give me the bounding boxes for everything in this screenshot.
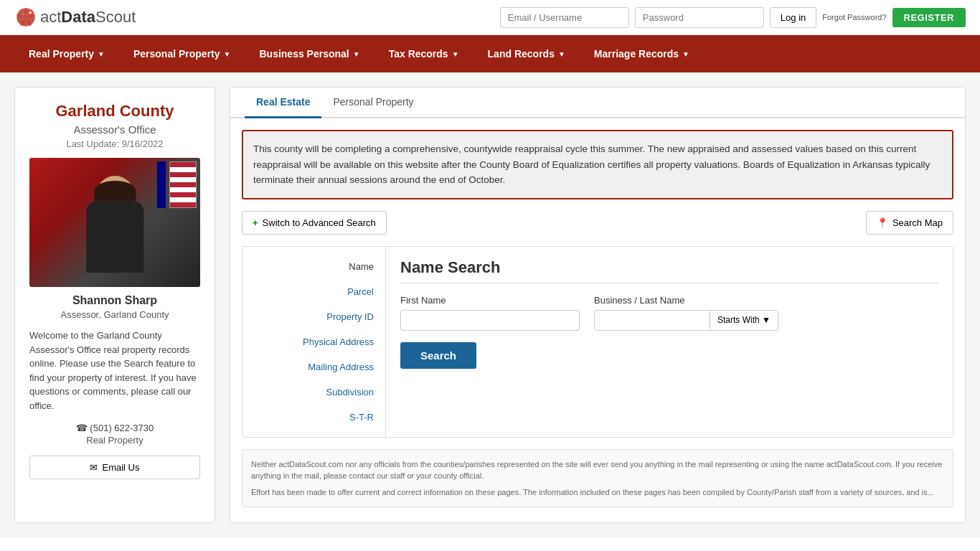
county-name: Garland County <box>29 102 200 121</box>
plus-icon: + <box>253 217 258 228</box>
register-button[interactable]: REGISTER <box>892 8 966 27</box>
search-nav-parcel[interactable]: Parcel <box>242 279 385 304</box>
nav-item-personal-property[interactable]: Personal Property ▼ <box>119 35 245 72</box>
property-type-label: Real Property <box>29 435 200 446</box>
logo-text: actDataScout <box>40 8 136 27</box>
search-main-panel: Name Search First Name Business / Last N… <box>386 247 953 437</box>
search-nav-mailing-address[interactable]: Mailing Address <box>242 354 385 380</box>
search-nav-str[interactable]: S-T-R <box>242 405 385 430</box>
last-name-input[interactable] <box>595 311 710 330</box>
search-map-button[interactable]: 📍 Search Map <box>866 211 953 235</box>
chevron-down-icon: ▼ <box>353 50 360 58</box>
assessor-photo <box>29 158 200 287</box>
page-body: Garland County Assessor's Office Last Up… <box>0 72 980 537</box>
footer-notice-line2: Effort has been made to offer current an… <box>251 486 944 499</box>
last-name-group: Business / Last Name Starts With ▼ <box>594 295 778 331</box>
logo-icon <box>14 6 37 29</box>
search-nav-subdivision[interactable]: Subdivision <box>242 380 385 405</box>
nav-item-marriage-records[interactable]: Marriage Records ▼ <box>580 35 704 72</box>
top-header: actDataScout Log in Forgot Password? REG… <box>0 0 980 35</box>
tab-real-estate[interactable]: Real Estate <box>245 88 321 118</box>
last-update: Last Update: 9/16/2022 <box>29 138 200 149</box>
login-button[interactable]: Log in <box>770 7 816 28</box>
password-input[interactable] <box>635 7 764 28</box>
first-name-group: First Name <box>400 295 580 331</box>
email-icon: ✉ <box>90 462 98 473</box>
chevron-down-icon: ▼ <box>98 50 105 58</box>
chevron-down-icon: ▼ <box>224 50 231 58</box>
search-nav-sidebar: Name Parcel Property ID Physical Address… <box>242 247 386 437</box>
advanced-search-button[interactable]: + Switch to Advanced Search <box>242 211 387 235</box>
footer-notice: Neither actDataScout.com nor any officia… <box>242 449 953 508</box>
email-us-button[interactable]: ✉ Email Us <box>29 456 200 479</box>
chevron-down-icon: ▼ <box>452 50 459 58</box>
logo-area: actDataScout <box>14 6 136 29</box>
phone-number: ☎ (501) 622-3730 <box>29 423 200 433</box>
search-nav-name: Name <box>242 254 385 279</box>
chevron-down-icon: ▼ <box>682 50 689 58</box>
svg-point-3 <box>29 11 32 14</box>
search-button[interactable]: Search <box>400 342 476 369</box>
tab-personal-property[interactable]: Personal Property <box>321 88 425 118</box>
nav-item-real-property[interactable]: Real Property ▼ <box>14 35 119 72</box>
search-fields: First Name Business / Last Name Starts W… <box>400 295 938 331</box>
forgot-password-link[interactable]: Forgot Password? <box>822 13 886 22</box>
main-content: Real Estate Personal Property This count… <box>230 87 966 523</box>
tabs: Real Estate Personal Property <box>230 88 965 118</box>
search-controls: + Switch to Advanced Search 📍 Search Map <box>242 211 953 235</box>
search-nav-property-id[interactable]: Property ID <box>242 304 385 329</box>
chevron-down-icon: ▼ <box>558 50 565 58</box>
search-area: Name Parcel Property ID Physical Address… <box>242 246 953 438</box>
phone-icon: ☎ <box>76 423 88 433</box>
notice-box: This county will be completing a compreh… <box>242 130 953 199</box>
nav-item-land-records[interactable]: Land Records ▼ <box>473 35 580 72</box>
sidebar: Garland County Assessor's Office Last Up… <box>14 87 215 523</box>
search-nav-physical-address[interactable]: Physical Address <box>242 329 385 354</box>
nav-item-business-personal[interactable]: Business Personal ▼ <box>245 35 374 72</box>
search-title: Name Search <box>400 258 938 283</box>
assessor-office: Assessor's Office <box>29 123 200 136</box>
first-name-label: First Name <box>400 295 580 306</box>
email-input[interactable] <box>500 7 629 28</box>
header-right: Log in Forgot Password? REGISTER <box>500 7 966 28</box>
map-pin-icon: 📍 <box>877 217 888 228</box>
main-nav: Real Property ▼ Personal Property ▼ Busi… <box>0 35 980 72</box>
last-name-input-group: Starts With ▼ <box>594 310 778 331</box>
starts-with-dropdown[interactable]: Starts With ▼ <box>710 311 778 329</box>
last-name-label: Business / Last Name <box>594 295 778 306</box>
footer-notice-line1: Neither actDataScout.com nor any officia… <box>251 458 944 482</box>
nav-item-tax-records[interactable]: Tax Records ▼ <box>374 35 473 72</box>
assessor-name: Shannon Sharp <box>29 294 200 307</box>
welcome-text: Welcome to the Garland County Assessor's… <box>29 329 200 413</box>
assessor-title: Assessor, Garland County <box>29 309 200 320</box>
first-name-input[interactable] <box>400 310 580 331</box>
